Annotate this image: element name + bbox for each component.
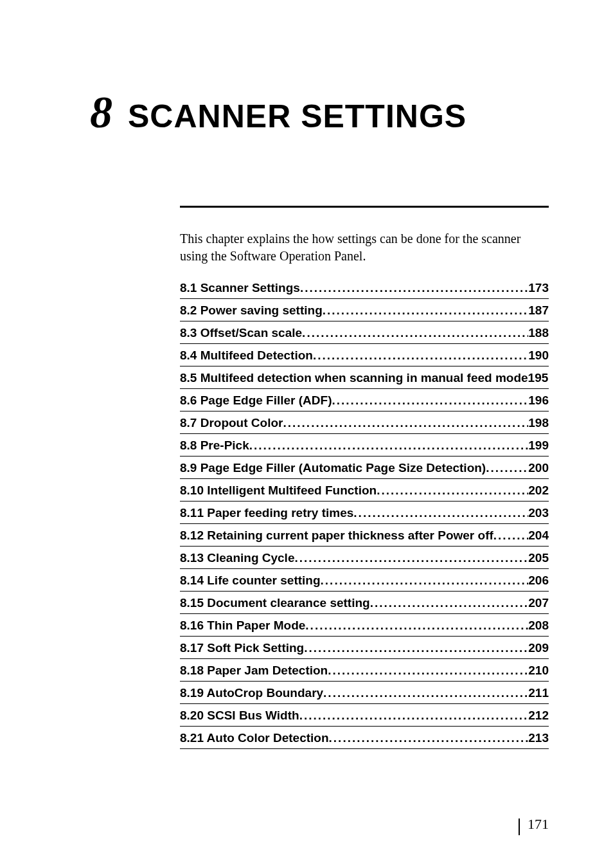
toc-leader [329,731,529,745]
toc-entry-page: 207 [528,596,549,610]
toc-leader [332,393,529,408]
toc-entry-page: 173 [528,281,549,295]
toc-entry-page: 206 [528,574,549,588]
toc-entry[interactable]: 8.7 Dropout Color 198 [180,411,549,434]
toc-entry-page: 203 [528,506,549,520]
toc-entry-title: 8.13 Cleaning Cycle [180,551,294,565]
content-area: This chapter explains the how settings c… [180,230,549,749]
intro-text: This chapter explains the how settings c… [180,230,549,265]
page-number: 171 [528,816,549,833]
toc-entry-title: 8.14 Life counter setting [180,574,321,588]
toc-leader [377,484,528,498]
toc-leader [283,416,528,430]
toc-entry[interactable]: 8.19 AutoCrop Boundary 211 [180,682,549,704]
toc-leader [299,709,529,723]
toc-entry-title: 8.5 Multifeed detection when scanning in… [180,371,528,385]
toc-entry[interactable]: 8.4 Multifeed Detection 190 [180,344,549,366]
toc-leader [304,641,528,655]
toc-entry-title: 8.12 Retaining current paper thickness a… [180,529,493,543]
toc-entry-page: 209 [528,641,549,655]
toc-entry[interactable]: 8.14 Life counter setting 206 [180,569,549,592]
toc-entry-title: 8.19 AutoCrop Boundary [180,686,323,700]
toc-leader [294,551,528,565]
toc-entry-page: 208 [528,619,549,633]
toc-entry[interactable]: 8.21 Auto Color Detection 213 [180,727,549,749]
chapter-heading: 8 SCANNER SETTINGS [90,90,549,135]
toc-entry-page: 190 [528,348,549,363]
toc-entry[interactable]: 8.1 Scanner Settings 173 [180,276,549,299]
toc-entry-page: 205 [528,551,549,565]
toc-leader [323,303,529,318]
toc-entry-title: 8.4 Multifeed Detection [180,348,313,363]
toc-leader [370,596,529,610]
chapter-title: SCANNER SETTINGS [128,100,466,132]
toc-entry-title: 8.11 Paper feeding retry times [180,506,353,520]
toc-entry-page: 198 [528,416,549,430]
toc-entry-title: 8.17 Soft Pick Setting [180,641,304,655]
toc-leader [302,326,528,340]
toc-leader [493,529,528,543]
toc-entry-title: 8.3 Offset/Scan scale [180,326,302,340]
chapter-number: 8 [90,90,112,135]
toc-leader [328,664,528,678]
toc-entry-page: 204 [528,529,549,543]
toc-entry-page: 202 [528,484,549,498]
toc-entry-title: 8.10 Intelligent Multifeed Function [180,484,377,498]
toc-entry[interactable]: 8.15 Document clearance setting 207 [180,592,549,614]
toc-leader [353,506,528,520]
toc-entry-title: 8.21 Auto Color Detection [180,731,329,745]
toc-entry-page: 188 [528,326,549,340]
toc-entry-title: 8.7 Dropout Color [180,416,283,430]
toc-entry[interactable]: 8.20 SCSI Bus Width 212 [180,704,549,727]
toc-entry-page: 212 [528,709,549,723]
toc-entry[interactable]: 8.10 Intelligent Multifeed Function 202 [180,479,549,502]
toc-entry-page: 213 [528,731,549,745]
footer-bar-icon [519,818,520,835]
toc-entry-title: 8.15 Document clearance setting [180,596,370,610]
toc-entry[interactable]: 8.6 Page Edge Filler (ADF) 196 [180,389,549,411]
toc-entry[interactable]: 8.17 Soft Pick Setting 209 [180,637,549,659]
toc-leader [305,619,528,633]
toc-entry-page: 187 [528,303,549,318]
toc-leader [313,348,528,363]
toc-entry-title: 8.2 Power saving setting [180,303,323,318]
toc-leader [249,439,529,453]
toc-entry-title: 8.6 Page Edge Filler (ADF) [180,393,332,408]
toc-entry-title: 8.18 Paper Jam Detection [180,664,328,678]
toc-entry[interactable]: 8.2 Power saving setting 187 [180,299,549,321]
toc-list: 8.1 Scanner Settings 173 8.2 Power savin… [180,276,549,749]
toc-leader [300,281,528,295]
toc-entry-page: 210 [528,664,549,678]
toc-entry[interactable]: 8.3 Offset/Scan scale 188 [180,321,549,344]
toc-entry[interactable]: 8.16 Thin Paper Mode 208 [180,614,549,637]
toc-entry[interactable]: 8.8 Pre-Pick 199 [180,434,549,457]
toc-entry[interactable]: 8.5 Multifeed detection when scanning in… [180,366,549,389]
heading-divider [180,206,549,208]
toc-leader [486,461,528,475]
toc-entry-page: 199 [528,439,549,453]
toc-entry-page: 195 [528,371,549,385]
toc-entry-page: 200 [528,461,549,475]
toc-entry[interactable]: 8.12 Retaining current paper thickness a… [180,524,549,547]
toc-entry[interactable]: 8.13 Cleaning Cycle 205 [180,547,549,569]
toc-entry-page: 196 [528,393,549,408]
page-footer: 171 [519,816,549,833]
toc-entry-title: 8.20 SCSI Bus Width [180,709,299,723]
toc-entry-page: 211 [528,686,549,700]
toc-entry-title: 8.8 Pre-Pick [180,439,249,453]
toc-leader [323,686,528,700]
toc-entry-title: 8.16 Thin Paper Mode [180,619,305,633]
toc-leader [321,574,529,588]
toc-entry[interactable]: 8.11 Paper feeding retry times 203 [180,502,549,524]
page: 8 SCANNER SETTINGS This chapter explains… [0,0,613,868]
toc-entry-title: 8.9 Page Edge Filler (Automatic Page Siz… [180,461,486,475]
toc-entry[interactable]: 8.9 Page Edge Filler (Automatic Page Siz… [180,457,549,479]
toc-entry-title: 8.1 Scanner Settings [180,281,300,295]
toc-entry[interactable]: 8.18 Paper Jam Detection 210 [180,659,549,682]
